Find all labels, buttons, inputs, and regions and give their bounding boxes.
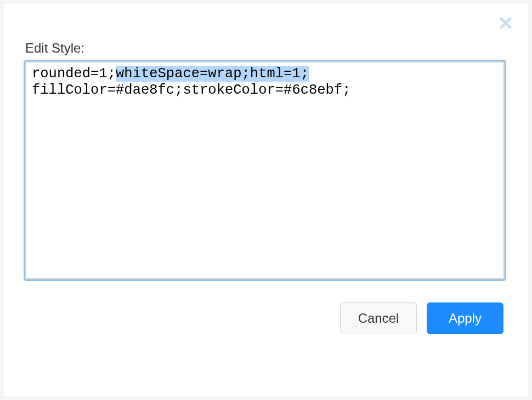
style-text-before-selection: rounded=1; [32,66,116,82]
close-icon [499,16,512,30]
style-text-selection: whiteSpace=wrap;html=1; [116,66,309,82]
style-text-after-selection: fillColor=#dae8fc;strokeColor=#6c8ebf; [32,82,351,98]
close-button[interactable] [497,14,514,32]
cancel-button[interactable]: Cancel [340,302,417,334]
style-textarea[interactable]: rounded=1;whiteSpace=wrap;html=1;fillCol… [25,61,505,279]
apply-button[interactable]: Apply [427,302,503,334]
dialog-button-row: Cancel Apply [25,302,507,334]
edit-style-dialog: Edit Style: rounded=1;whiteSpace=wrap;ht… [3,3,529,397]
style-text-content: rounded=1;whiteSpace=wrap;html=1;fillCol… [26,62,503,278]
dialog-title-label: Edit Style: [25,41,507,56]
